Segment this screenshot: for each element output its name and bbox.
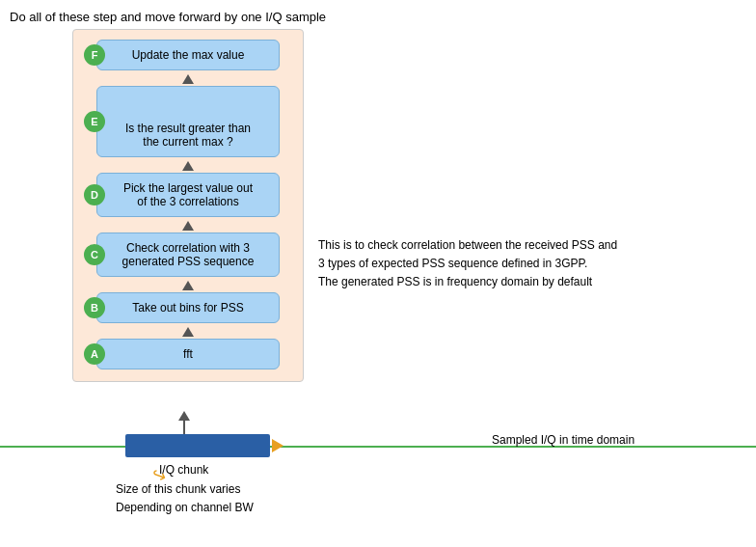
step-f-label: F: [84, 44, 105, 66]
sampled-label: Sampled I/Q in time domain: [492, 433, 634, 447]
bottom-note-line1: Size of this chunk varies: [116, 480, 254, 499]
diagram-container: F Update the max value E Is the result g…: [72, 29, 304, 382]
step-d-row: D Pick the largest value outof the 3 cor…: [88, 173, 288, 219]
iq-arrow-right: [272, 439, 284, 452]
note-line1: This is to check correlation between the…: [318, 238, 617, 252]
step-e-block: E Is the result greater thanthe current …: [96, 86, 280, 157]
step-a-label: A: [84, 343, 105, 365]
step-c-label: C: [84, 244, 105, 265]
step-e-label: E: [84, 111, 105, 132]
step-e-row: E Is the result greater thanthe current …: [88, 86, 288, 159]
step-b-label: B: [84, 297, 105, 318]
step-c-text: Check correlation with 3generated PSS se…: [122, 241, 255, 268]
arrow-d-to-e: [182, 161, 194, 171]
arrow-e-to-f: [182, 74, 194, 84]
arrow-b-to-c: [182, 281, 194, 290]
step-e-text: Is the result greater thanthe current ma…: [125, 122, 251, 149]
page: Do all of these step and move forward by…: [0, 0, 756, 547]
step-d-text: Pick the largest value outof the 3 corre…: [123, 181, 253, 208]
iq-chunk-block: [125, 434, 270, 457]
step-b-row: B Take out bins for PSS: [88, 292, 288, 325]
header-text: Do all of these step and move forward by…: [10, 10, 326, 24]
step-c-block: C Check correlation with 3generated PSS …: [96, 232, 280, 277]
note-text: This is to check correlation between the…: [318, 236, 617, 292]
note-line2: 3 types of expected PSS sequence defined…: [318, 257, 587, 270]
step-b-block: B Take out bins for PSS: [96, 292, 280, 323]
step-f-block: F Update the max value: [96, 40, 280, 70]
step-f-text: Update the max value: [132, 48, 245, 62]
note-line3: The generated PSS is in frequency domain…: [318, 275, 592, 288]
bottom-note-line2: Depending on channel BW: [116, 499, 254, 517]
step-a-text: fft: [183, 347, 193, 361]
step-d-block: D Pick the largest value outof the 3 cor…: [96, 173, 280, 217]
arrow-tip-up: [178, 409, 190, 423]
arrow-c-to-d: [182, 221, 194, 231]
step-b-text: Take out bins for PSS: [132, 301, 243, 315]
step-a-block: A fft: [96, 339, 280, 369]
step-a-row: A fft: [88, 339, 288, 371]
timeline-line: [0, 446, 756, 448]
step-d-label: D: [84, 184, 105, 205]
step-f-row: F Update the max value: [88, 40, 288, 72]
arrow-a-to-b: [182, 327, 194, 337]
bottom-note: Size of this chunk varies Depending on c…: [116, 480, 254, 517]
step-c-row: C Check correlation with 3generated PSS …: [88, 232, 288, 279]
